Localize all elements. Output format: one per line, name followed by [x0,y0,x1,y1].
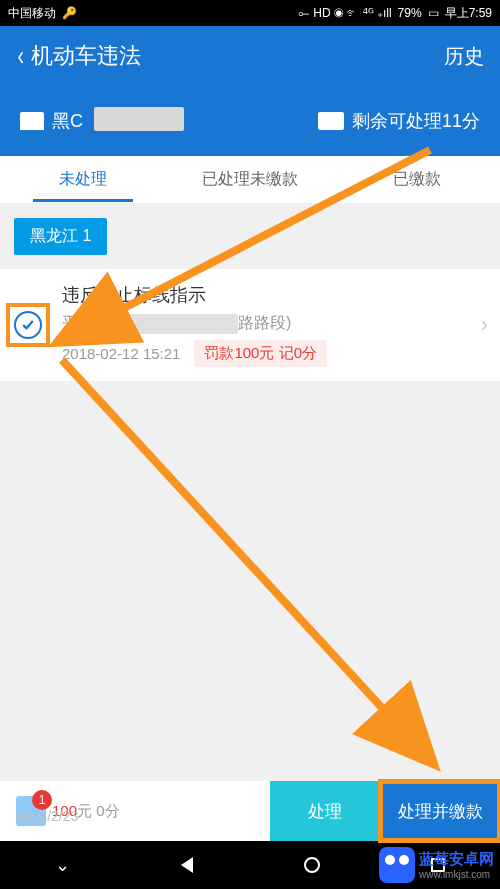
watermark-icon [379,847,415,883]
select-checkbox[interactable] [6,303,50,347]
battery-icon: ▭ [428,6,439,20]
violation-item[interactable]: 违反禁止标线指示 平路路段) 2018-02-12 15:21 罚款100元 记… [0,269,500,381]
violation-title: 违反禁止标线指示 [62,283,482,307]
nav-menu-icon[interactable]: ⌄ [55,854,70,876]
chevron-right-icon: › [481,312,488,338]
status-bar: 中国移动 🔑 ⟜ HD ◉ ᯤ ⁴ᴳ ₊ıll 79% ▭ 早上7:59 [0,0,500,26]
violation-date: 2018-02-12 15:21 [62,345,180,362]
points-remaining[interactable]: 剩余可处理11分 [318,109,480,133]
battery: 79% [398,6,422,20]
violation-fine: 罚款100元 记0分 [194,340,327,367]
svg-line-2 [62,360,430,760]
key-icon: 🔑 [62,6,77,20]
region-chip[interactable]: 黑龙江 1 [14,218,107,255]
page-title: 机动车违法 [31,41,444,71]
tab-processed-unpaid[interactable]: 已处理未缴款 [167,169,334,190]
location-redacted [78,314,238,334]
nav-home-icon[interactable] [304,857,320,873]
app-header: ‹ 机动车违法 历史 [0,26,500,86]
vehicle-plate[interactable]: 黑C [20,109,83,133]
car-icon [20,112,44,130]
violation-location: 平路路段) [62,313,482,334]
clock: 早上7:59 [445,5,492,22]
status-icons: ⟜ HD ◉ ᯤ ⁴ᴳ ₊ıll [298,6,392,20]
back-icon[interactable]: ‹ [17,40,24,72]
summary-info[interactable]: 1 100元 0分 2018/2/23 [0,796,270,826]
plate-redacted [94,107,184,131]
nav-back-icon[interactable] [181,857,193,873]
tab-paid[interactable]: 已缴款 [333,169,500,190]
vehicle-info-bar: 黑C 剩余可处理11分 [0,86,500,156]
carrier: 中国移动 [8,5,56,22]
tab-bar: 未处理 已处理未缴款 已缴款 [0,156,500,204]
count-badge: 1 [32,790,52,810]
process-button[interactable]: 处理 [270,781,380,841]
faded-date: 2018/2/23 [16,808,78,824]
bottom-action-bar: 1 100元 0分 2018/2/23 处理 处理并缴款 [0,781,500,841]
id-card-icon [318,112,344,130]
tab-unprocessed[interactable]: 未处理 [0,169,167,190]
watermark: 蓝莓安卓网 www.lmkjst.com [379,847,494,883]
history-button[interactable]: 历史 [444,43,484,70]
process-and-pay-button[interactable]: 处理并缴款 [380,781,500,841]
